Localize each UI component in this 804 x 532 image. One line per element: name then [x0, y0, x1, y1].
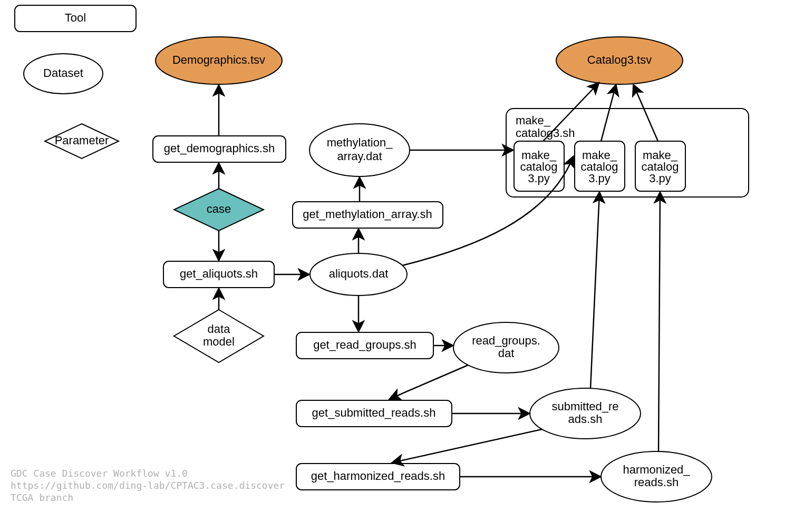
node-methylation-array-l2: array.dat	[337, 150, 382, 163]
node-get-submitted-reads-label: get_submitted_reads.sh	[312, 406, 436, 419]
arrow-makecatalog2-to-catalog3	[601, 85, 616, 141]
node-read-groups-l1: read_groups.	[472, 334, 540, 347]
group-make-catalog3-sh-l1: make_	[516, 114, 551, 127]
node-catalog3-tsv-label: Catalog3.tsv	[587, 53, 652, 66]
node-read-groups-l2: dat	[498, 347, 515, 360]
node-submitted-reads-l2: ads.sh	[568, 412, 603, 426]
node-methylation-array-l1: methylation_	[327, 136, 393, 149]
node-data-model-l1: data	[208, 322, 231, 336]
arrow-harmonized-to-makecatalog3	[658, 193, 660, 451]
node-make-catalog3-py-3-l3: 3.py	[649, 172, 671, 185]
legend-tool-label: Tool	[65, 11, 86, 24]
node-aliquots-dat-label: aliquots.dat	[329, 267, 389, 280]
footer-l3: TCGA branch	[11, 492, 73, 503]
arrow-makecatalog3-to-catalog3	[634, 85, 658, 141]
arrow-submitted-to-getharmonized	[393, 429, 542, 462]
node-data-model-l2: model	[203, 335, 235, 348]
legend-dataset-label: Dataset	[43, 66, 83, 80]
footer-l1: GDC Case Discover Workflow v1.0	[11, 468, 188, 479]
node-get-read-groups-label: get_read_groups.sh	[313, 338, 416, 351]
node-get-demographics-label: get_demographics.sh	[164, 142, 275, 155]
node-make-catalog3-py-1-l3: 3.py	[528, 172, 550, 185]
node-make-catalog3-py-2-l3: 3.py	[588, 172, 611, 185]
arrow-readgroups-to-getsubmitted	[390, 365, 468, 399]
legend-parameter-label: Parameter	[55, 134, 109, 147]
node-get-harmonized-reads-label: get_harmonized_reads.sh	[311, 469, 445, 482]
node-demographics-tsv-label: Demographics.tsv	[172, 53, 265, 66]
node-harmonized-reads-l1: harmonized_	[623, 463, 690, 476]
node-harmonized-reads-l2: reads.sh	[634, 476, 679, 489]
node-get-methylation-array-label: get_methylation_array.sh	[303, 208, 432, 221]
node-case-label: case	[207, 202, 231, 215]
group-make-catalog3-sh-l2: catalog3.sh	[516, 126, 575, 140]
node-get-aliquots-label: get_aliquots.sh	[180, 267, 258, 280]
footer-l2: https://github.com/ding-lab/CPTAC3.case.…	[11, 480, 285, 491]
arrow-submitted-to-makecatalog2	[590, 193, 599, 388]
node-submitted-reads-l1: submitted_re	[551, 400, 618, 413]
